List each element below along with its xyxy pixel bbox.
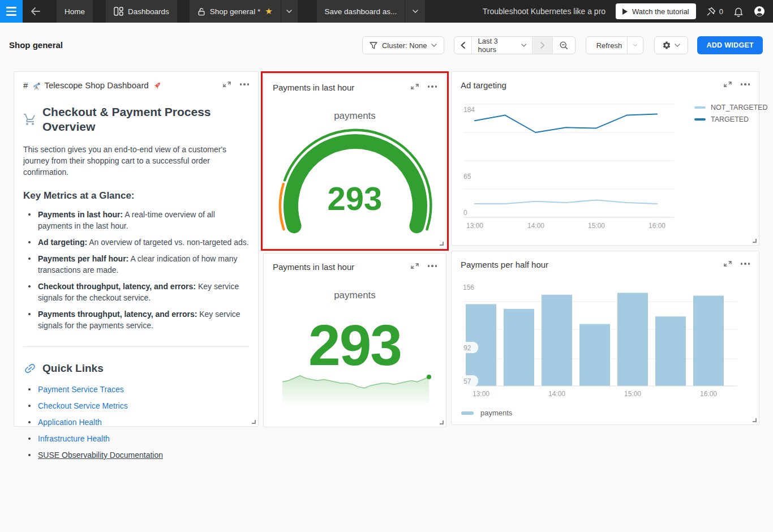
legend-item[interactable]: TARGETED <box>694 115 767 123</box>
favorite-star-icon[interactable]: ★ <box>265 6 272 16</box>
avatar-icon <box>754 6 765 17</box>
resize-handle[interactable] <box>440 421 444 424</box>
cluster-filter-label: Cluster: None <box>382 41 427 50</box>
cart-icon <box>23 112 37 127</box>
tab-dashboards[interactable]: Dashboards <box>106 0 177 23</box>
svg-text:16:00: 16:00 <box>700 390 717 398</box>
dashboard-settings-button[interactable] <box>654 36 688 54</box>
svg-text:13:00: 13:00 <box>473 390 489 398</box>
notifications-button[interactable] <box>733 6 744 17</box>
tab-current-dashboard[interactable]: Shop general * ★ <box>190 0 281 23</box>
watch-tutorial-label: Watch the tutorial <box>632 7 689 16</box>
resize-handle[interactable] <box>252 420 256 424</box>
chevron-down-icon <box>286 10 292 13</box>
link-application-health[interactable]: Application Health <box>38 418 102 427</box>
menu-hamburger-icon[interactable] <box>0 0 23 23</box>
legend-label: NOT_TARGETED <box>711 104 767 111</box>
refresh-button[interactable]: Refresh <box>586 37 627 54</box>
payments-bar-chart[interactable]: 156925713:0014:0015:0016:00 <box>452 251 760 426</box>
refresh-label: Refresh <box>596 41 622 50</box>
list-item: Infrastructure Health <box>28 433 249 444</box>
svg-text:156: 156 <box>463 284 474 291</box>
list-item: Checkout Service Metrics <box>28 400 249 411</box>
svg-text:15:00: 15:00 <box>588 222 605 230</box>
legend-item[interactable]: NOT_TARGETED <box>694 104 767 111</box>
bell-icon <box>733 6 744 17</box>
refresh-group: Refresh <box>586 36 643 54</box>
pinned-items-button[interactable]: 0 <box>706 7 723 16</box>
pin-icon <box>706 7 716 16</box>
tab-dashboards-label: Dashboards <box>128 7 169 16</box>
list-item: Payments in last hour: A real-time overv… <box>28 209 249 231</box>
svg-text:65: 65 <box>463 173 471 181</box>
widget-payments-gauge: Payments in last hour payments 293 <box>263 74 446 248</box>
chart-legend: NOT_TARGETED TARGETED <box>694 104 767 123</box>
chevron-down-icon <box>675 44 680 47</box>
link-checkout-service-metrics[interactable]: Checkout Service Metrics <box>38 401 128 410</box>
gear-icon <box>662 41 671 50</box>
payments-sparkline-chart[interactable] <box>264 254 447 428</box>
time-range-selector[interactable]: Last 3 hours <box>471 37 532 54</box>
user-avatar[interactable] <box>754 6 765 17</box>
list-item: SUSE Observability Documentation <box>28 449 249 461</box>
widget-menu-icon[interactable] <box>240 80 250 88</box>
current-dashboard-menu-chevron[interactable] <box>281 0 298 23</box>
save-dashboard-menu-chevron[interactable] <box>405 0 425 23</box>
link-suse-observability-docs[interactable]: SUSE Observability Documentation <box>38 451 163 460</box>
time-back-button[interactable] <box>454 37 471 54</box>
svg-text:13:00: 13:00 <box>466 222 483 230</box>
watch-tutorial-button[interactable]: Watch the tutorial <box>616 3 696 19</box>
link-icon <box>20 359 40 378</box>
top-nav: Home Dashboards Shop general * ★ Save da… <box>0 0 773 23</box>
chevron-left-icon <box>461 42 465 49</box>
chevron-down-icon <box>413 10 418 13</box>
legend-swatch-targeted <box>694 118 706 121</box>
zoom-out-icon <box>560 41 568 50</box>
resize-handle[interactable] <box>753 239 757 243</box>
link-payment-service-traces[interactable]: Payment Service Traces <box>38 385 124 394</box>
svg-text:184: 184 <box>463 106 475 114</box>
legend-swatch-not-targeted <box>694 106 706 109</box>
list-item: Payments per half hour: A clear indicati… <box>28 253 249 276</box>
resize-handle[interactable] <box>753 418 757 422</box>
legend-label: payments <box>480 409 512 417</box>
tab-home[interactable]: Home <box>57 0 93 23</box>
cluster-filter-button[interactable]: Cluster: None <box>362 36 444 54</box>
save-dashboard-as-button[interactable]: Save dashboard as... <box>317 0 405 23</box>
widget-title: # Telescope Shop Dashboard <box>23 80 162 90</box>
svg-text:15:00: 15:00 <box>624 390 641 398</box>
pin-count: 0 <box>719 7 723 16</box>
svg-text:14:00: 14:00 <box>527 222 544 230</box>
list-item: Payment Service Traces <box>28 384 249 395</box>
widget-ad-targeting: Ad targeting 18465013:0014:0015:0016:00 … <box>451 71 759 246</box>
play-icon <box>622 8 628 15</box>
time-forward-button[interactable] <box>532 37 552 54</box>
back-button[interactable] <box>23 0 48 23</box>
quick-links-list: Payment Service Traces Checkout Service … <box>28 384 249 461</box>
legend-swatch-payments <box>461 411 474 415</box>
markdown-heading: Checkout & Payment Process Overview <box>23 105 249 134</box>
back-arrow-icon <box>31 7 40 15</box>
resize-handle[interactable] <box>440 242 444 246</box>
time-range-label: Last 3 hours <box>478 37 516 54</box>
unlock-icon <box>197 7 205 16</box>
add-widget-button[interactable]: ADD WIDGET <box>697 36 763 54</box>
ad-targeting-chart[interactable]: 18465013:0014:0015:0016:00 <box>452 72 760 246</box>
widget-payments-per-half-hour: Payments per half hour 156925713:0014:00… <box>451 251 759 425</box>
list-item: Ad targeting: An overview of targeted vs… <box>28 237 249 248</box>
legend-label: TARGETED <box>711 115 749 123</box>
zoom-out-time-button[interactable] <box>552 37 575 54</box>
chevron-down-icon <box>431 44 437 47</box>
svg-text:0: 0 <box>463 209 467 217</box>
filter-funnel-icon <box>370 42 377 49</box>
promo-banner-text: Troubleshoot Kubernetes like a pro <box>483 7 605 16</box>
payments-gauge-chart[interactable] <box>264 74 447 249</box>
link-infrastructure-health[interactable]: Infrastructure Health <box>38 434 110 443</box>
rocket-icon <box>153 81 162 90</box>
time-range-group: Last 3 hours <box>454 36 576 54</box>
expand-widget-icon[interactable] <box>223 80 231 88</box>
refresh-options-chevron[interactable] <box>627 37 643 54</box>
divider <box>23 346 249 347</box>
chevron-right-icon <box>540 42 545 49</box>
widget-markdown: # Telescope Shop Dashboard Checkout & Pa… <box>14 71 259 427</box>
